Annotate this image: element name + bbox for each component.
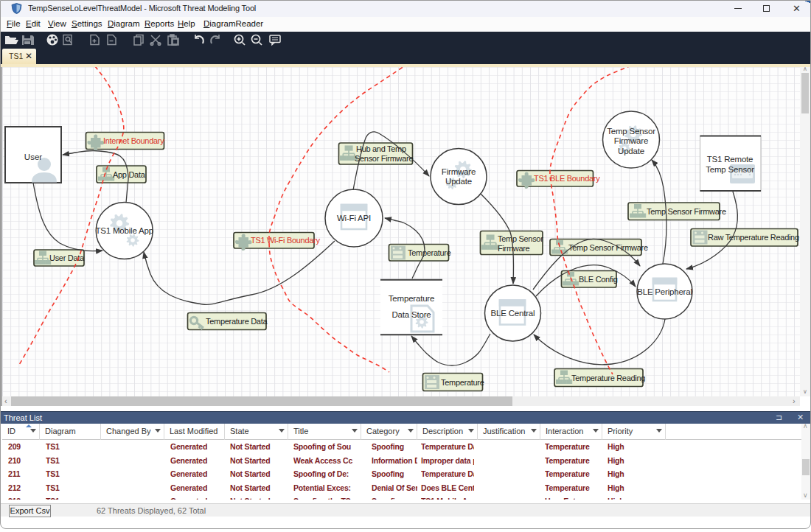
svg-text:Temp Sensor Firmware: Temp Sensor Firmware [647, 207, 726, 216]
svg-text:Update: Update [618, 147, 644, 155]
svg-text:Temperature Reading: Temperature Reading [571, 374, 645, 382]
svg-text:TS1 Mobile App: TS1 Mobile App [96, 226, 153, 235]
svg-text:Update: Update [445, 177, 472, 186]
svg-text:TS1 BLE Boundary: TS1 BLE Boundary [534, 174, 600, 183]
svg-text:BLE Config: BLE Config [579, 275, 618, 284]
svg-text:Firmware: Firmware [614, 136, 648, 145]
svg-text:Firmware: Firmware [498, 244, 530, 253]
svg-text:Temperature: Temperature [389, 294, 434, 303]
svg-text:Sensor Firmware: Sensor Firmware [355, 154, 413, 163]
svg-text:Temperature Data: Temperature Data [206, 317, 268, 326]
svg-text:Data Store: Data Store [392, 310, 431, 319]
svg-text:Firmware: Firmware [442, 167, 476, 176]
svg-text:TS1 Wi-Fi Boundary: TS1 Wi-Fi Boundary [251, 236, 320, 245]
svg-text:Temperature: Temperature [441, 378, 484, 387]
svg-text:Temp Sensor Firmware: Temp Sensor Firmware [568, 243, 648, 252]
svg-text:Internet Boundary: Internet Boundary [103, 136, 164, 145]
svg-text:Temp Sensor: Temp Sensor [706, 165, 754, 174]
svg-text:Temperature: Temperature [408, 248, 451, 257]
svg-text:App Data: App Data [113, 170, 146, 179]
svg-text:User Data: User Data [49, 253, 85, 262]
svg-text:Temp Sensor: Temp Sensor [498, 234, 543, 243]
svg-text:TS1 Remote: TS1 Remote [707, 155, 753, 164]
svg-text:BLE Central: BLE Central [491, 309, 535, 318]
svg-text:Wi-Fi API: Wi-Fi API [337, 214, 371, 223]
svg-text:Raw Temperature Reading: Raw Temperature Reading [708, 233, 799, 242]
svg-text:User: User [24, 153, 42, 161]
svg-text:Temp Sensor: Temp Sensor [607, 127, 655, 136]
svg-text:BLE Peripheral: BLE Peripheral [637, 287, 692, 296]
